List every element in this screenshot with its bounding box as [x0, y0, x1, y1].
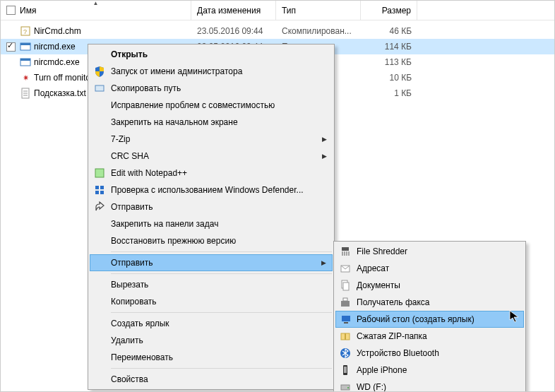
menu-run-as-admin[interactable]: Запуск от имени администратора	[90, 63, 333, 80]
chevron-right-icon: ▶	[321, 259, 326, 266]
submenu-documents[interactable]: Документы	[335, 277, 524, 294]
svg-rect-27	[344, 322, 348, 323]
shield-icon	[93, 65, 106, 78]
fax-icon	[339, 296, 352, 309]
submenu-recipient[interactable]: Адресат	[335, 260, 524, 277]
chm-file-icon: ?	[20, 25, 31, 37]
menu-separator	[111, 273, 332, 274]
mail-icon	[339, 262, 352, 275]
svg-rect-16	[342, 247, 349, 251]
chevron-right-icon: ▶	[322, 136, 327, 143]
svg-text:?: ?	[23, 28, 27, 35]
menu-cut[interactable]: Вырезать	[90, 276, 333, 293]
file-size: 10 КБ	[361, 73, 417, 83]
menu-pin-taskbar[interactable]: Закрепить на панели задач	[90, 215, 333, 232]
menu-properties[interactable]: Свойства	[90, 371, 333, 388]
gear-icon: ✷	[20, 72, 31, 83]
drive-icon	[339, 381, 352, 392]
menu-share[interactable]: Отправить	[90, 198, 333, 215]
documents-icon	[339, 279, 352, 292]
svg-rect-12	[95, 186, 99, 189]
zip-icon	[339, 330, 352, 343]
menu-pin-start[interactable]: Закрепить на начальном экране	[90, 114, 333, 131]
bluetooth-icon	[339, 347, 352, 360]
txt-file-icon	[20, 88, 31, 99]
notepadpp-icon	[93, 167, 106, 179]
menu-defender[interactable]: Проверка с использованием Windows Defend…	[90, 182, 333, 198]
file-size: 113 КБ	[361, 57, 417, 67]
shredder-icon	[339, 245, 352, 258]
exe-file-icon	[20, 57, 31, 68]
column-header-size[interactable]: Размер	[361, 1, 417, 20]
menu-edit-notepad[interactable]: Edit with Notepad++	[90, 165, 333, 182]
menu-delete[interactable]: Удалить	[90, 332, 333, 349]
file-name: NirCmd.chm	[34, 26, 81, 36]
submenu-bluetooth[interactable]: Устройство Bluetooth	[335, 345, 524, 362]
svg-rect-24	[341, 301, 350, 307]
menu-copy-path[interactable]: Скопировать путь	[90, 80, 333, 97]
submenu-fax[interactable]: Получатель факса	[335, 294, 524, 311]
file-name: Подсказка.txt	[34, 88, 86, 98]
file-date: 23.05.2016 09:44	[191, 26, 276, 36]
defender-icon	[93, 184, 106, 196]
menu-separator	[111, 251, 332, 252]
menu-7zip[interactable]: 7-Zip▶	[90, 131, 333, 148]
menu-open[interactable]: Открыть	[90, 46, 333, 63]
menu-troubleshoot[interactable]: Исправление проблем с совместимостью	[90, 97, 333, 114]
svg-rect-23	[343, 283, 349, 290]
file-size: 1 КБ	[361, 88, 417, 98]
svg-point-34	[347, 387, 349, 388]
menu-create-shortcut[interactable]: Создать ярлык	[90, 315, 333, 332]
file-size: 114 КБ	[361, 42, 417, 52]
column-header-date[interactable]: Дата изменения	[191, 1, 276, 20]
submenu-wd-drive[interactable]: WD (F:)	[335, 379, 524, 392]
file-name: nircmdc.exe	[34, 57, 80, 67]
menu-separator	[111, 312, 332, 313]
file-row[interactable]: ? NirCmd.chm 23.05.2016 09:44 Скомпилиро…	[1, 23, 554, 39]
file-size: 46 КБ	[361, 26, 417, 36]
submenu-desktop-shortcut[interactable]: Рабочий стол (создать ярлык)	[335, 311, 524, 328]
column-header-name[interactable]: Имя ▲	[1, 1, 191, 20]
desktop-icon	[340, 313, 352, 326]
file-type: Скомпилирован...	[276, 26, 361, 36]
exe-file-icon	[20, 41, 31, 52]
row-checkbox[interactable]	[6, 42, 16, 52]
file-name: nircmd.exe	[34, 42, 76, 52]
svg-rect-14	[95, 191, 99, 194]
submenu-file-shredder[interactable]: File Shredder	[335, 243, 524, 260]
svg-rect-5	[20, 59, 30, 61]
menu-copy[interactable]: Копировать	[90, 293, 333, 310]
context-menu: Открыть Запуск от имени администратора С…	[88, 44, 335, 390]
svg-rect-25	[343, 298, 347, 301]
menu-separator	[111, 368, 332, 369]
share-icon	[93, 201, 106, 213]
column-header-row: Имя ▲ Дата изменения Тип Размер	[1, 1, 554, 20]
svg-rect-13	[100, 186, 104, 189]
phone-icon	[339, 364, 352, 376]
submenu-zip[interactable]: Сжатая ZIP-папка	[335, 328, 524, 345]
menu-crc-sha[interactable]: CRC SHA▶	[90, 148, 333, 165]
svg-rect-10	[95, 85, 104, 91]
svg-rect-32	[344, 367, 347, 373]
svg-rect-3	[20, 43, 30, 45]
svg-rect-26	[342, 316, 350, 321]
send-to-submenu: File Shredder Адресат Документы Получате…	[333, 241, 526, 392]
select-all-checkbox[interactable]	[6, 6, 16, 15]
column-name-label: Имя	[20, 6, 36, 16]
chevron-right-icon: ▶	[322, 153, 327, 160]
column-header-type[interactable]: Тип	[276, 1, 361, 20]
svg-rect-11	[95, 169, 104, 177]
menu-send-to[interactable]: Отправить▶	[90, 254, 333, 271]
svg-rect-15	[100, 191, 104, 194]
menu-restore[interactable]: Восстановить прежнюю версию	[90, 232, 333, 249]
file-name: Turn off monitor	[34, 73, 93, 83]
menu-rename[interactable]: Переименовать	[90, 349, 333, 366]
path-icon	[93, 82, 106, 95]
submenu-iphone[interactable]: Apple iPhone	[335, 362, 524, 379]
sort-ascending-icon: ▲	[93, 0, 99, 6]
